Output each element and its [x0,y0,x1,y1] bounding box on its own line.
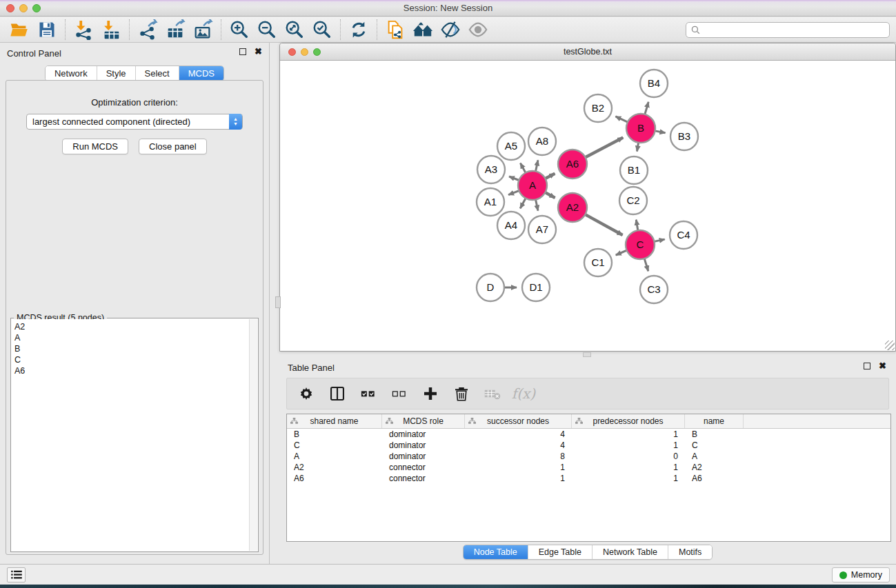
eye-icon[interactable] [464,18,492,41]
graph-edge-A-A4[interactable] [520,199,526,209]
graph-node-B3[interactable]: B3 [670,123,698,150]
mcds-result-item[interactable]: A [14,332,249,343]
float-panel-icon[interactable] [239,48,246,55]
graph-edge-B-B2[interactable] [615,116,628,122]
tab-mcds[interactable]: MCDS [179,66,223,81]
graph-edge-C-C4[interactable] [655,239,665,241]
network-window-titlebar[interactable]: testGlobe.txt [280,43,895,61]
search-box[interactable] [686,22,890,38]
cell-MCDS-role[interactable]: dominator [382,452,465,461]
export-image-icon[interactable] [189,18,217,41]
graph-edge-B-B1[interactable] [637,143,639,152]
mcds-result-list[interactable]: A2ABCA6 [12,319,249,551]
graph-edge-B-B3[interactable] [655,131,666,133]
criterion-dropdown[interactable]: largest connected component (directed) ▲… [26,114,243,130]
cell-MCDS-role[interactable]: connector [382,463,465,472]
graph-node-C4[interactable]: C4 [670,221,697,249]
task-history-button[interactable] [7,567,26,582]
column-header-predecessor-nodes[interactable]: predecessor nodes [572,414,685,428]
graph-node-A5[interactable]: A5 [497,132,525,160]
column-header-successor-nodes[interactable]: successor nodes [465,414,572,428]
run-mcds-button[interactable]: Run MCDS [62,139,128,154]
cell-MCDS-role[interactable]: dominator [382,440,465,450]
graph-edge-A6-B[interactable] [586,138,624,158]
graph-node-A6[interactable]: A6 [558,150,587,179]
cell-name[interactable]: A2 [685,463,744,472]
graph-edge-A-A7[interactable] [536,200,539,211]
table-options-gear-icon[interactable] [294,381,319,406]
graph-edge-B-B4[interactable] [645,102,648,114]
graph-node-D1[interactable]: D1 [522,274,550,301]
graph-node-D[interactable]: D [477,274,504,301]
graph-node-A4[interactable]: A4 [497,212,525,239]
float-table-panel-icon[interactable] [864,363,870,369]
splitter-handle-west[interactable] [275,296,281,308]
tab-motifs[interactable]: Motifs [668,545,712,559]
cell-successor-nodes[interactable]: 1 [465,474,572,483]
cell-name[interactable]: C [685,440,744,450]
graph-node-B[interactable]: B [626,114,655,143]
cell-MCDS-role[interactable]: connector [382,474,465,483]
graph-edge-A-A6[interactable] [546,174,555,179]
mcds-result-item[interactable]: A6 [14,365,249,376]
export-table-icon[interactable] [161,18,189,41]
column-header-name[interactable]: name [685,414,744,428]
select-all-checkboxes-icon[interactable] [356,381,381,406]
mcds-result-item[interactable]: A2 [14,321,249,332]
graph-edge-C-C2[interactable] [636,220,638,231]
tab-style[interactable]: Style [97,66,135,81]
graph-edge-A-A1[interactable] [508,191,519,195]
table-row[interactable]: A6connector11A6 [287,473,890,484]
splitter-handle-horizontal[interactable] [583,352,591,357]
cell-predecessor-nodes[interactable]: 1 [572,429,685,439]
graph-node-C2[interactable]: C2 [619,187,647,214]
cell-shared-name[interactable]: A2 [287,463,382,472]
cell-shared-name[interactable]: B [287,429,382,439]
tab-node-table[interactable]: Node Table [464,545,528,559]
table-row[interactable]: Cdominator41C [287,440,890,451]
function-builder-icon[interactable]: f(x) [511,381,536,406]
window-resize-grip[interactable] [885,341,895,350]
graph-node-A1[interactable]: A1 [477,188,504,216]
graph-node-C3[interactable]: C3 [640,276,668,303]
graph-node-B4[interactable]: B4 [640,70,668,97]
graph-edge-A-A8[interactable] [536,160,539,171]
search-input[interactable] [701,23,889,37]
cell-MCDS-role[interactable]: dominator [382,429,465,439]
column-header-shared-name[interactable]: shared name [287,414,382,428]
first-neighbors-icon[interactable] [409,18,437,41]
import-table-icon[interactable] [97,18,125,41]
add-column-icon[interactable] [418,381,443,406]
cell-predecessor-nodes[interactable]: 1 [572,474,685,483]
delete-columns-icon[interactable] [449,381,474,406]
mcds-list-scrollbar[interactable] [249,319,257,551]
cell-predecessor-nodes[interactable]: 1 [572,440,685,450]
cell-name[interactable]: A6 [685,474,744,483]
show-columns-icon[interactable] [325,381,350,406]
cell-successor-nodes[interactable]: 4 [465,429,572,439]
graph-node-A[interactable]: A [518,171,547,200]
graph-node-A3[interactable]: A3 [477,156,505,183]
graph-node-A8[interactable]: A8 [528,128,556,155]
cell-successor-nodes[interactable]: 1 [465,463,572,472]
close-table-panel-icon[interactable]: ✖ [879,363,886,369]
refresh-icon[interactable] [345,18,372,41]
cell-shared-name[interactable]: C [287,440,382,450]
import-network-icon[interactable] [70,18,97,41]
graph-node-B2[interactable]: B2 [584,94,612,122]
graph-edge-A-A5[interactable] [520,163,526,173]
zoom-selected-icon[interactable] [308,18,336,41]
tab-edge-table[interactable]: Edge Table [528,545,592,559]
export-network-icon[interactable] [134,18,161,41]
table-row[interactable]: Bdominator41B [287,429,890,440]
cell-predecessor-nodes[interactable]: 1 [572,463,685,472]
cell-successor-nodes[interactable]: 4 [465,440,572,450]
zoom-fit-icon[interactable] [281,18,308,41]
cell-successor-nodes[interactable]: 8 [465,452,572,461]
graph-edge-A-A3[interactable] [509,176,519,181]
network-canvas[interactable]: B4B2BB3A5A8A6A3B1AA1C2A2A4A7C4CC1C3DD1 [280,61,895,351]
show-hide-graphics-icon[interactable] [437,18,464,41]
memory-button[interactable]: Memory [832,567,890,582]
graph-node-C[interactable]: C [626,230,655,259]
graph-node-C1[interactable]: C1 [584,249,612,276]
